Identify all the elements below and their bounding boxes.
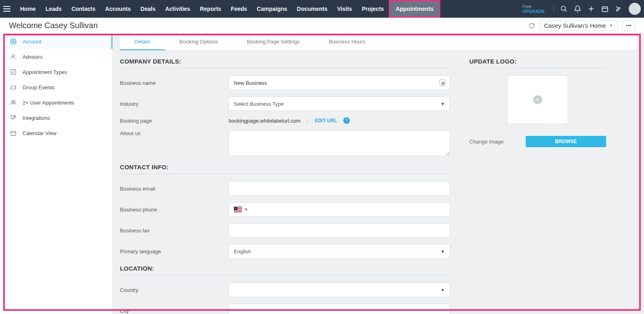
sidebar-item-calendar-view[interactable]: Calendar View xyxy=(0,125,112,141)
user-icon xyxy=(10,53,17,60)
sidebar-item-appointment-types[interactable]: Appointment Types xyxy=(0,64,112,80)
sidebar-item-label: 2+ User Appointments xyxy=(23,100,74,106)
label-industry: Industry xyxy=(120,101,229,107)
calendar-icon xyxy=(10,129,17,137)
label-booking-page: Booking page xyxy=(120,118,229,124)
tab-details[interactable]: Details xyxy=(120,34,165,50)
nav-right: Free UPGRADE xyxy=(522,3,641,15)
business-name-input[interactable] xyxy=(229,76,450,90)
business-phone-input[interactable]: ▼ xyxy=(229,202,450,217)
help-icon[interactable]: ? xyxy=(343,117,350,124)
nav-documents[interactable]: Documents xyxy=(292,0,332,18)
chevron-down-icon[interactable]: ▼ xyxy=(244,207,248,211)
nav-items: Home Leads Contacts Accounts Deals Activ… xyxy=(15,0,440,18)
sidebar-item-label: Integrations xyxy=(23,115,50,121)
label-about-us: About us xyxy=(120,130,229,136)
tab-booking-options[interactable]: Booking Options xyxy=(165,34,232,50)
top-nav: Home Leads Contacts Accounts Deals Activ… xyxy=(0,0,644,18)
sidebar-item-user-appointments[interactable]: 2+ User Appointments xyxy=(0,95,112,110)
nav-campaigns[interactable]: Campaigns xyxy=(252,0,292,18)
chevron-down-icon: ▼ xyxy=(609,23,613,28)
svg-line-1 xyxy=(565,10,567,12)
svg-point-9 xyxy=(11,101,13,102)
sidebar-item-account[interactable]: Account xyxy=(0,34,112,49)
search-icon[interactable] xyxy=(558,3,570,15)
gear-icon xyxy=(10,38,17,45)
nav-projects[interactable]: Projects xyxy=(357,0,389,18)
tab-booking-page-settings[interactable]: Booking Page Settings xyxy=(232,34,314,50)
sidebar-item-label: Calendar View xyxy=(23,130,56,136)
ticket-icon xyxy=(10,84,17,91)
tab-business-hours[interactable]: Business Hours xyxy=(314,34,380,50)
svg-rect-4 xyxy=(602,7,608,12)
nav-contacts[interactable]: Contacts xyxy=(66,0,100,18)
svg-point-0 xyxy=(561,6,566,10)
reload-icon[interactable] xyxy=(528,23,535,29)
nav-accounts[interactable]: Accounts xyxy=(100,0,136,18)
calendar-icon[interactable] xyxy=(599,3,611,15)
upgrade-link[interactable]: UPGRADE xyxy=(522,9,545,14)
home-dropdown-label: Casey Sullivan's Home xyxy=(544,22,606,29)
chevron-down-icon: ▼ xyxy=(441,288,445,292)
avatar[interactable] xyxy=(629,3,641,15)
label-country: Country xyxy=(120,287,229,293)
business-fax-input[interactable] xyxy=(229,223,450,238)
tools-icon[interactable] xyxy=(613,3,625,15)
chevron-down-icon: ▼ xyxy=(441,249,445,254)
users-icon xyxy=(10,99,17,106)
tabs: Details Booking Options Booking Page Set… xyxy=(120,34,637,51)
nav-activities[interactable]: Activities xyxy=(160,0,195,18)
sidebar-item-label: Group Events xyxy=(23,84,55,90)
industry-select-value: Select Business Type xyxy=(234,101,284,107)
plus-circle-icon: + xyxy=(533,95,542,104)
booking-url: bookingpage.whitelabelurl.com xyxy=(229,118,301,124)
divider: | xyxy=(307,118,308,124)
sidebar-item-label: Appointment Types xyxy=(23,69,67,75)
nav-deals[interactable]: Deals xyxy=(136,0,160,18)
contact-card-icon[interactable]: ▣ xyxy=(440,80,446,86)
industry-select[interactable]: Select Business Type ▼ xyxy=(229,96,450,111)
nav-appointments[interactable]: Appointments xyxy=(390,1,439,16)
logo-column: UPDATE LOGO: + Change Image BROWSE xyxy=(469,58,606,314)
upgrade-block[interactable]: Free UPGRADE xyxy=(522,4,545,14)
sidebar-item-group-events[interactable]: Group Events xyxy=(0,80,112,95)
label-business-email: Business email xyxy=(120,186,229,192)
home-dropdown[interactable]: Casey Sullivan's Home ▼ xyxy=(540,20,618,31)
city-input[interactable] xyxy=(229,304,450,314)
primary-language-select[interactable]: English ▼ xyxy=(229,244,450,259)
bell-icon[interactable] xyxy=(572,3,584,15)
about-us-textarea[interactable] xyxy=(229,130,450,156)
business-email-input[interactable] xyxy=(229,181,450,196)
nav-home[interactable]: Home xyxy=(15,0,41,18)
plus-icon[interactable] xyxy=(585,3,597,15)
country-select[interactable]: ▼ xyxy=(229,283,450,297)
contact-info-heading: CONTACT INFO: xyxy=(120,164,450,174)
label-primary-language: Primary language xyxy=(120,248,229,254)
label-business-fax: Business fax xyxy=(120,228,229,234)
nav-leads[interactable]: Leads xyxy=(41,0,66,18)
nav-feeds[interactable]: Feeds xyxy=(226,0,252,18)
nav-reports[interactable]: Reports xyxy=(195,0,226,18)
logo-dropzone[interactable]: + xyxy=(508,76,568,124)
sidebar-item-advisors[interactable]: Advisors xyxy=(0,49,112,64)
sidebar-item-integrations[interactable]: Integrations xyxy=(0,110,112,125)
external-link-icon xyxy=(10,114,17,121)
company-details-heading: COMPANY DETAILS: xyxy=(120,58,450,68)
label-business-phone: Business phone xyxy=(120,207,229,213)
sidebar-item-label: Account xyxy=(23,39,41,45)
primary-language-value: English xyxy=(234,248,251,254)
menu-icon[interactable] xyxy=(3,6,10,12)
plan-label: Free xyxy=(522,4,545,9)
svg-point-6 xyxy=(12,41,14,42)
nav-visits[interactable]: Visits xyxy=(332,0,357,18)
nav-appointments-highlight: Appointments xyxy=(389,0,440,18)
more-button[interactable]: ••• xyxy=(622,21,635,31)
edit-url-link[interactable]: EDIT URL xyxy=(315,118,337,123)
svg-point-10 xyxy=(14,101,15,102)
svg-point-7 xyxy=(12,55,14,57)
label-change-image: Change Image xyxy=(469,139,526,145)
browse-button[interactable]: BROWSE xyxy=(526,136,606,147)
form-column: COMPANY DETAILS: Business name ▣ Industr… xyxy=(120,58,450,314)
page-title: Welcome Casey Sullivan xyxy=(9,21,98,30)
sidebar: Account Advisors Appointment Types Group… xyxy=(0,34,113,314)
